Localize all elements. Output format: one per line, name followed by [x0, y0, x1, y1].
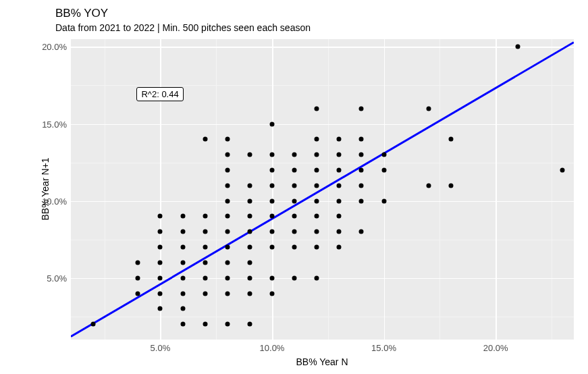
data-point: [270, 291, 275, 296]
chart-title: BB% YOY: [55, 7, 108, 20]
data-point: [225, 291, 230, 296]
data-point: [180, 245, 185, 250]
data-point: [337, 167, 342, 172]
data-point: [158, 306, 163, 311]
data-point: [315, 245, 319, 250]
data-point: [359, 106, 364, 111]
data-point: [180, 306, 185, 311]
data-point: [158, 230, 163, 234]
data-point: [426, 183, 431, 188]
data-point: [225, 137, 230, 142]
data-point: [158, 214, 163, 219]
data-point: [270, 153, 275, 157]
data-point: [136, 275, 140, 280]
data-point: [270, 214, 275, 219]
data-point: [225, 322, 230, 327]
data-point: [315, 230, 319, 234]
data-point: [203, 291, 207, 296]
data-point: [247, 183, 252, 188]
data-point: [315, 183, 319, 188]
data-point: [359, 137, 364, 142]
data-point: [203, 275, 207, 280]
data-point: [91, 322, 96, 327]
data-point: [270, 122, 275, 126]
data-point: [225, 183, 230, 188]
data-point: [448, 137, 453, 142]
data-point: [247, 322, 252, 327]
data-point: [203, 260, 207, 265]
data-point: [270, 230, 275, 234]
y-tick-label: 5.0%: [47, 273, 67, 283]
data-point: [315, 106, 319, 111]
data-point: [247, 245, 252, 250]
scatter-chart: BB% YOY Data from 2021 to 2022 | Min. 50…: [0, 0, 588, 374]
chart-subtitle: Data from 2021 to 2022 | Min. 500 pitche…: [55, 22, 311, 33]
x-tick-label: 20.0%: [483, 343, 508, 353]
data-point: [292, 198, 297, 203]
data-point: [158, 275, 163, 280]
data-point: [426, 106, 431, 111]
data-point: [247, 291, 252, 296]
data-point: [203, 230, 207, 234]
data-point: [315, 198, 319, 203]
data-point: [247, 260, 252, 265]
data-point: [225, 260, 230, 265]
data-point: [180, 260, 185, 265]
x-tick-label: 15.0%: [371, 343, 396, 353]
data-point: [448, 183, 453, 188]
data-point: [247, 275, 252, 280]
data-point: [270, 245, 275, 250]
data-point: [337, 214, 342, 219]
data-point: [270, 183, 275, 188]
data-point: [315, 214, 319, 219]
data-point: [292, 230, 297, 234]
data-point: [225, 214, 230, 219]
data-point: [337, 230, 342, 234]
data-point: [381, 153, 386, 157]
data-point: [359, 198, 364, 203]
data-point: [315, 153, 319, 157]
y-axis-label: BB% Year N+1: [40, 157, 51, 220]
data-point: [180, 230, 185, 234]
data-point: [225, 230, 230, 234]
data-point: [337, 183, 342, 188]
data-point: [203, 245, 207, 250]
data-point: [247, 230, 252, 234]
x-tick-label: 5.0%: [151, 343, 171, 353]
data-point: [158, 245, 163, 250]
data-point: [203, 322, 207, 327]
data-point: [203, 137, 207, 142]
data-point: [225, 198, 230, 203]
data-point: [359, 183, 364, 188]
data-point: [158, 260, 163, 265]
data-point: [180, 214, 185, 219]
data-point: [315, 137, 319, 142]
x-tick-label: 10.0%: [260, 343, 285, 353]
data-point: [292, 245, 297, 250]
data-point: [292, 153, 297, 157]
x-axis-label: BB% Year N: [296, 356, 348, 367]
data-point: [270, 198, 275, 203]
data-point: [136, 291, 140, 296]
data-point: [337, 245, 342, 250]
data-point: [516, 45, 520, 49]
data-point: [270, 275, 275, 280]
y-tick-label: 15.0%: [42, 119, 67, 129]
data-point: [203, 214, 207, 219]
data-point: [158, 291, 163, 296]
y-tick-label: 20.0%: [42, 42, 67, 52]
data-point: [136, 260, 140, 265]
data-point: [292, 183, 297, 188]
data-point: [180, 275, 185, 280]
data-point: [359, 230, 364, 234]
data-point: [315, 167, 319, 172]
data-point: [292, 167, 297, 172]
data-point: [292, 214, 297, 219]
data-point: [292, 275, 297, 280]
data-point: [381, 198, 386, 203]
data-point: [560, 167, 565, 172]
data-point: [247, 198, 252, 203]
data-point: [225, 153, 230, 157]
data-point: [337, 137, 342, 142]
data-point: [359, 167, 364, 172]
